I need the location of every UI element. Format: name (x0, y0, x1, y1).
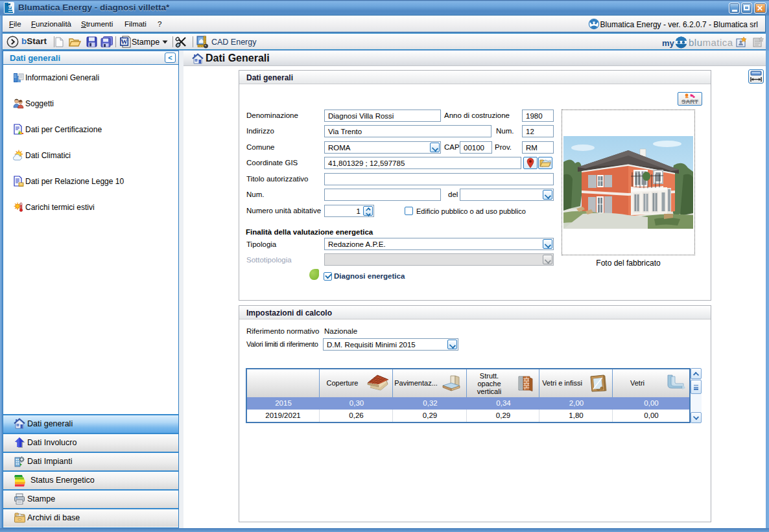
svg-text:W: W (121, 38, 128, 45)
